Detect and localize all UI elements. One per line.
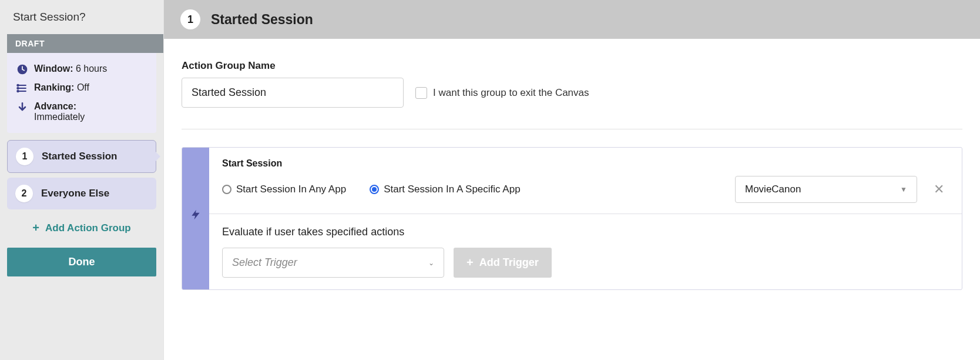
- divider: [182, 129, 962, 129]
- sidebar-title: Start Session?: [0, 0, 163, 34]
- sidebar-item-everyone-else[interactable]: 2 Everyone Else: [7, 178, 156, 209]
- svg-point-6: [17, 91, 19, 92]
- done-button[interactable]: Done: [7, 248, 156, 276]
- ranking-icon: [16, 82, 28, 94]
- add-action-label: Add Action Group: [45, 222, 131, 234]
- chevron-down-icon: ⌄: [428, 259, 434, 267]
- chevron-down-icon: ▼: [900, 185, 907, 194]
- action-group-name-input[interactable]: [182, 78, 404, 108]
- plus-icon: +: [466, 256, 474, 269]
- main-body: Action Group Name I want this group to e…: [164, 39, 980, 311]
- arrow-down-icon: [16, 101, 28, 113]
- plus-icon: +: [32, 221, 39, 235]
- svg-point-4: [17, 85, 19, 86]
- page-title: Started Session: [211, 12, 313, 28]
- summary-ranking: Ranking: Off: [16, 82, 147, 94]
- summary-card: Window: 6 hours Ranking: Off Advance:Imm…: [7, 53, 156, 133]
- radio-icon: [370, 185, 379, 194]
- main-panel: 1 Started Session Action Group Name I wa…: [163, 0, 980, 360]
- close-icon[interactable]: ✕: [929, 182, 949, 197]
- trigger-placeholder: Select Trigger: [232, 256, 297, 269]
- add-trigger-button[interactable]: + Add Trigger: [454, 248, 552, 278]
- group-number-badge: 1: [16, 148, 33, 165]
- app-select-value: MovieCanon: [745, 184, 801, 195]
- trigger-config-block: Start Session Start Session In Any App S…: [182, 147, 962, 290]
- summary-window: Window: 6 hours: [16, 64, 147, 75]
- draft-badge: DRAFT: [7, 34, 163, 53]
- main-header: 1 Started Session: [164, 0, 980, 39]
- config-rail: [182, 148, 209, 289]
- summary-advance: Advance:Immediately: [16, 101, 147, 122]
- group-label: Everyone Else: [41, 188, 109, 199]
- clock-icon: [16, 64, 28, 75]
- svg-point-5: [17, 88, 19, 89]
- exit-canvas-checkbox[interactable]: [415, 87, 427, 99]
- radio-icon: [222, 185, 231, 194]
- lightning-icon: [190, 206, 202, 223]
- action-group-list: 1 Started Session 2 Everyone Else + Add …: [7, 140, 156, 242]
- sidebar-item-started-session[interactable]: 1 Started Session: [7, 140, 156, 173]
- action-group-name-label: Action Group Name: [182, 60, 962, 72]
- radio-any-app[interactable]: Start Session In Any App: [222, 184, 346, 195]
- trigger-select[interactable]: Select Trigger ⌄: [222, 248, 444, 278]
- group-label: Started Session: [42, 151, 118, 162]
- header-number-badge: 1: [180, 9, 200, 29]
- evaluate-text: Evaluate if user takes specified actions: [222, 226, 949, 238]
- app-select[interactable]: MovieCanon ▼: [735, 176, 917, 203]
- group-number-badge: 2: [15, 185, 33, 202]
- start-session-title: Start Session: [222, 158, 949, 169]
- radio-specific-app[interactable]: Start Session In A Specific App: [370, 184, 520, 195]
- sidebar: Start Session? DRAFT Window: 6 hours Ran…: [0, 0, 163, 360]
- add-action-group-button[interactable]: + Add Action Group: [7, 214, 156, 242]
- exit-canvas-label: I want this group to exit the Canvas: [433, 87, 589, 99]
